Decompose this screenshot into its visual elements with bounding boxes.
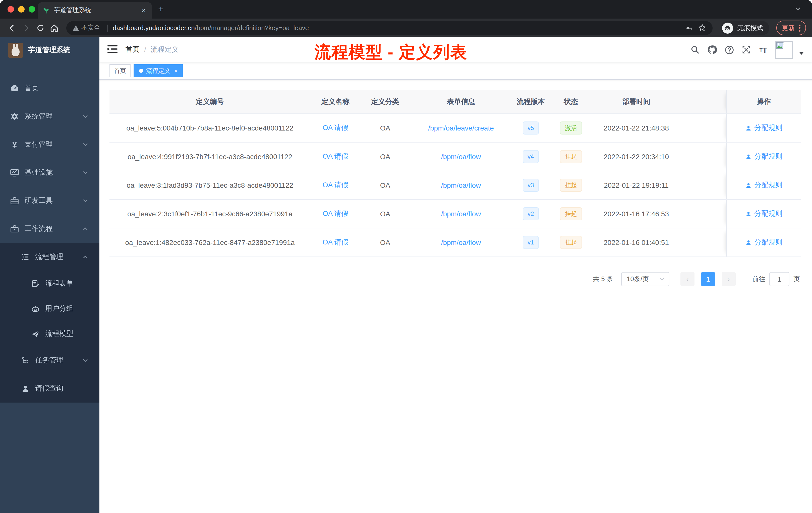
- goto-unit: 页: [793, 275, 800, 283]
- table-row: oa_leave:5:004b710b-7b8a-11ec-8ef0-acde4…: [110, 114, 801, 143]
- url-path: /bpm/manager/definition?key=oa_leave: [195, 24, 680, 32]
- sidebar-item-payment[interactable]: ¥ 支付管理: [0, 130, 99, 159]
- sidebar-item-label: 系统管理: [25, 112, 53, 121]
- breadcrumb-current: 流程定义: [151, 45, 179, 54]
- tag-home[interactable]: 首页: [110, 64, 130, 77]
- prev-page-button[interactable]: ‹: [680, 272, 695, 286]
- sidebar-item-label: 请假查询: [35, 384, 63, 393]
- sidebar-item-process-management[interactable]: 流程管理: [0, 243, 99, 271]
- form-link[interactable]: /bpm/oa/flow: [441, 153, 481, 161]
- sidebar-item-label: 流程模型: [45, 329, 73, 338]
- column-header: 定义编号: [110, 90, 310, 114]
- assign-rule-label: 分配规则: [754, 123, 782, 132]
- form-link[interactable]: /bpm/oa/flow: [441, 210, 481, 218]
- forward-icon[interactable]: [20, 22, 32, 34]
- person-icon: [21, 384, 30, 393]
- sidebar-item-user-group[interactable]: 用户分组: [0, 296, 99, 321]
- fullscreen-icon[interactable]: [741, 44, 752, 55]
- tag-close-icon[interactable]: ×: [174, 68, 177, 74]
- back-icon[interactable]: [6, 22, 18, 34]
- sprout-favicon-icon: [43, 7, 50, 14]
- assign-rule-button[interactable]: 分配规则: [745, 238, 782, 247]
- table-row: oa_leave:3:1fad3d93-7b75-11ec-a3c8-acde4…: [110, 171, 801, 200]
- sidebar-item-process-form[interactable]: 流程表单: [0, 271, 99, 296]
- font-size-icon[interactable]: TT: [758, 44, 769, 55]
- sidebar-item-label: 用户分组: [45, 304, 73, 313]
- avatar-broken-image[interactable]: [775, 41, 793, 59]
- tab-close-icon[interactable]: ×: [140, 6, 147, 14]
- browser-update-button[interactable]: 更新: [776, 21, 806, 35]
- deploy-time: 2022-01-16 17:46:53: [592, 200, 680, 228]
- table-header-row: 定义编号 定义名称 定义分类 表单信息 流程版本 状态 部署时间 操作: [110, 90, 801, 114]
- tag-process-definition[interactable]: 流程定义 ×: [134, 64, 183, 77]
- definition-id: oa_leave:5:004b710b-7b8a-11ec-8ef0-acde4…: [110, 114, 310, 142]
- close-window-button[interactable]: [7, 6, 14, 12]
- sidebar-item-devtools[interactable]: 研发工具: [0, 187, 99, 215]
- tags-view-bar: 首页 流程定义 ×: [99, 62, 812, 80]
- form-link[interactable]: /bpm/oa/flow: [441, 238, 481, 246]
- home-icon[interactable]: [48, 22, 60, 34]
- zoom-window-button[interactable]: [29, 6, 35, 12]
- active-tag-dot: [139, 69, 143, 73]
- sidebar-item-leave-query[interactable]: 请假查询: [0, 374, 99, 402]
- definition-category: OA: [360, 143, 410, 171]
- deploy-time: 2022-01-22 19:19:11: [592, 171, 680, 199]
- table-row: oa_leave:2:3c1f0ef1-76b1-11ec-9c66-a2380…: [110, 200, 801, 229]
- caret-down-icon[interactable]: [799, 52, 804, 55]
- assign-rule-button[interactable]: 分配规则: [745, 181, 782, 190]
- definition-name-link[interactable]: OA 请假: [323, 152, 348, 161]
- sidebar: 芋道管理系统 首页 系统管理 ¥: [0, 37, 99, 513]
- breadcrumb-home[interactable]: 首页: [125, 45, 140, 54]
- url-host: dashboard.yudao.iocoder.cn: [113, 24, 195, 32]
- sidebar-item-infrastructure[interactable]: 基础设施: [0, 159, 99, 187]
- category-list-icon: [21, 252, 30, 262]
- sidebar-item-system[interactable]: 系统管理: [0, 102, 99, 130]
- sidebar-item-home[interactable]: 首页: [0, 74, 99, 102]
- help-icon[interactable]: [724, 44, 735, 55]
- browser-tab[interactable]: 芋道管理系统 ×: [38, 2, 152, 19]
- page-number-1[interactable]: 1: [701, 272, 715, 286]
- chevron-down-icon: [82, 357, 88, 363]
- version-badge: v3: [522, 179, 539, 192]
- status-badge: 挂起: [560, 207, 582, 220]
- assign-rule-button[interactable]: 分配规则: [745, 209, 782, 218]
- goto-page-input[interactable]: [769, 272, 789, 286]
- next-page-button[interactable]: ›: [722, 272, 736, 286]
- toolbox-icon: [10, 196, 19, 205]
- definition-name-link[interactable]: OA 请假: [323, 209, 348, 218]
- hamburger-icon[interactable]: [108, 45, 117, 55]
- page-size-select[interactable]: 10条/页: [621, 272, 669, 286]
- github-icon[interactable]: [706, 44, 718, 55]
- version-badge: v5: [522, 121, 539, 134]
- sidebar-item-label: 基础设施: [25, 168, 53, 177]
- bookmark-star-icon[interactable]: [698, 24, 706, 32]
- password-key-icon[interactable]: [685, 24, 693, 32]
- url-bar[interactable]: 不安全 dashboard.yudao.iocoder.cn /bpm/mana…: [66, 21, 713, 35]
- sidebar-item-process-model[interactable]: 流程模型: [0, 321, 99, 346]
- assign-rule-button[interactable]: 分配规则: [745, 123, 782, 132]
- incognito-label: 无痕模式: [737, 23, 763, 32]
- search-icon[interactable]: [690, 44, 700, 55]
- definition-name-link[interactable]: OA 请假: [323, 181, 348, 190]
- app-logo[interactable]: 芋道管理系统: [0, 37, 99, 63]
- chevron-up-icon: [82, 226, 88, 232]
- briefcase-icon: [10, 224, 19, 233]
- browser-menu-kebab-icon[interactable]: [799, 24, 801, 31]
- new-tab-button[interactable]: +: [158, 4, 164, 13]
- chevron-down-icon: [82, 198, 88, 204]
- app-title: 芋道管理系统: [28, 46, 70, 55]
- definition-name-link[interactable]: OA 请假: [323, 238, 348, 247]
- tab-search-chevron-icon[interactable]: [795, 6, 801, 12]
- form-link[interactable]: /bpm/oa/leave/create: [428, 124, 494, 132]
- browser-window: 芋道管理系统 × + 不安全 dashboard.yudao.iocoder.c…: [0, 0, 812, 513]
- security-warning-icon[interactable]: [72, 24, 79, 31]
- minimize-window-button[interactable]: [18, 6, 25, 12]
- reload-icon[interactable]: [34, 22, 46, 34]
- yen-icon: ¥: [10, 140, 19, 149]
- chevron-down-icon: [82, 142, 88, 148]
- definition-name-link[interactable]: OA 请假: [323, 123, 348, 132]
- sidebar-item-workflow[interactable]: 工作流程: [0, 215, 99, 243]
- sidebar-item-task-management[interactable]: 任务管理: [0, 346, 99, 374]
- assign-rule-button[interactable]: 分配规则: [745, 152, 782, 161]
- form-link[interactable]: /bpm/oa/flow: [441, 181, 481, 189]
